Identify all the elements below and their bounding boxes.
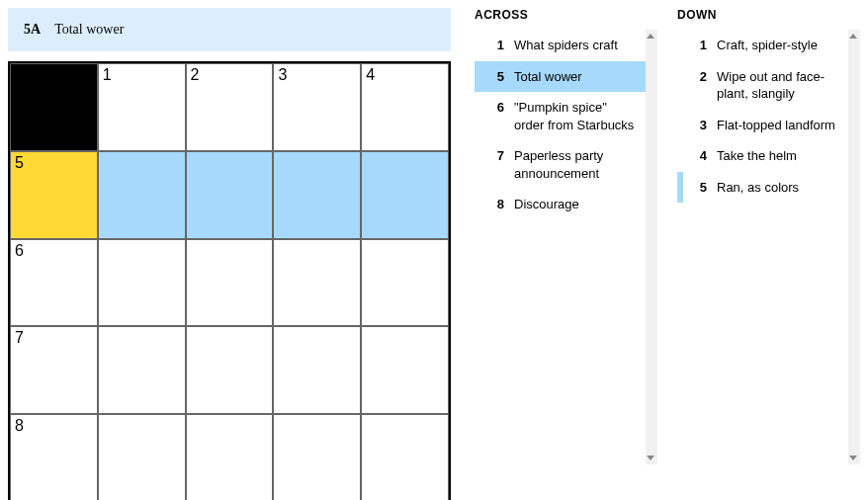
- down-list[interactable]: 1Craft, spider-style2Wipe out and face-p…: [677, 30, 860, 464]
- cell-number: 2: [191, 66, 200, 84]
- grid-cell[interactable]: [273, 326, 361, 414]
- cell-number: 1: [103, 66, 112, 84]
- current-clue-text: Total wower: [54, 22, 124, 38]
- current-clue-label: 5A: [24, 22, 41, 38]
- clue-number: 2: [691, 68, 707, 103]
- crossword-grid[interactable]: 12345678: [8, 61, 451, 500]
- across-list[interactable]: 1What spiders craft5Total wower6"Pumpkin…: [475, 30, 657, 464]
- grid-cell[interactable]: 5: [10, 151, 98, 239]
- clue-lists: ACROSS 1What spiders craft5Total wower6"…: [475, 8, 860, 500]
- grid-cell[interactable]: 3: [273, 63, 361, 151]
- grid-cell[interactable]: 8: [10, 414, 98, 500]
- clue-item[interactable]: 5Total wower: [475, 61, 646, 93]
- current-clue-bar: 5A Total wower: [8, 8, 451, 51]
- cell-number: 8: [15, 417, 24, 435]
- clue-number: 3: [691, 117, 707, 134]
- cell-number: 5: [15, 154, 24, 172]
- grid-cell[interactable]: [273, 151, 361, 239]
- grid-cell[interactable]: [273, 239, 361, 327]
- grid-cell[interactable]: [98, 239, 186, 327]
- grid-cell[interactable]: [361, 239, 449, 327]
- clue-item[interactable]: 7Paperless party announcement: [475, 140, 646, 189]
- clue-text: Total wower: [514, 68, 636, 86]
- clue-number: 1: [691, 37, 707, 54]
- grid-cell[interactable]: [186, 239, 274, 327]
- clue-item[interactable]: 3Flat-topped landform: [677, 110, 848, 141]
- cell-number: 6: [15, 242, 24, 260]
- clue-text: Ran, as colors: [717, 179, 838, 197]
- cell-number: 4: [366, 66, 375, 84]
- clue-item[interactable]: 4Take the helm: [677, 140, 848, 172]
- clue-text: Take the helm: [717, 147, 838, 165]
- clue-text: Discourage: [514, 196, 636, 213]
- grid-cell: [10, 63, 98, 151]
- down-heading: DOWN: [677, 8, 860, 22]
- crossword-app: 5A Total wower 12345678 ACROSS 1What spi…: [8, 8, 860, 500]
- down-column: DOWN 1Craft, spider-style2Wipe out and f…: [677, 8, 860, 500]
- clue-item[interactable]: 6"Pumpkin spice" order from Starbucks: [475, 92, 646, 140]
- clue-number: 6: [488, 99, 504, 133]
- clue-text: Wipe out and face-plant, slangily: [717, 68, 838, 103]
- grid-cell[interactable]: 4: [361, 63, 449, 151]
- clue-number: 5: [691, 179, 707, 197]
- clue-number: 5: [488, 68, 504, 86]
- clue-item[interactable]: 2Wipe out and face-plant, slangily: [677, 61, 848, 110]
- grid-cell[interactable]: [98, 414, 186, 500]
- cell-number: 7: [15, 329, 24, 347]
- clue-item[interactable]: 8Discourage: [475, 189, 646, 220]
- clue-item[interactable]: 1Craft, spider-style: [677, 30, 848, 61]
- grid-cell[interactable]: [361, 151, 449, 239]
- grid-cell[interactable]: [361, 326, 449, 414]
- clue-number: 4: [691, 147, 707, 165]
- clue-number: 1: [488, 37, 504, 54]
- across-column: ACROSS 1What spiders craft5Total wower6"…: [475, 8, 657, 500]
- clue-number: 8: [488, 196, 504, 213]
- clue-text: What spiders craft: [514, 37, 636, 54]
- grid-cell[interactable]: [273, 414, 361, 500]
- grid-cell[interactable]: 6: [10, 239, 98, 327]
- clue-number: 7: [488, 147, 504, 182]
- clue-item[interactable]: 5Ran, as colors: [677, 172, 848, 204]
- grid-cell[interactable]: 7: [10, 326, 98, 414]
- grid-cell[interactable]: 2: [186, 63, 274, 151]
- grid-cell[interactable]: [98, 326, 186, 414]
- left-pane: 5A Total wower 12345678: [8, 8, 451, 500]
- grid-cell[interactable]: 1: [98, 63, 186, 151]
- grid-cell[interactable]: [361, 414, 449, 500]
- clue-text: Paperless party announcement: [514, 147, 636, 182]
- grid-cell[interactable]: [186, 326, 274, 414]
- across-heading: ACROSS: [475, 8, 657, 22]
- clue-text: "Pumpkin spice" order from Starbucks: [514, 99, 636, 133]
- clue-text: Flat-topped landform: [717, 117, 838, 134]
- grid-cell[interactable]: [186, 414, 274, 500]
- grid-cell[interactable]: [98, 151, 186, 239]
- grid-cell[interactable]: [186, 151, 274, 239]
- clue-item[interactable]: 1What spiders craft: [475, 30, 646, 61]
- cell-number: 3: [278, 66, 287, 84]
- clue-text: Craft, spider-style: [717, 37, 838, 54]
